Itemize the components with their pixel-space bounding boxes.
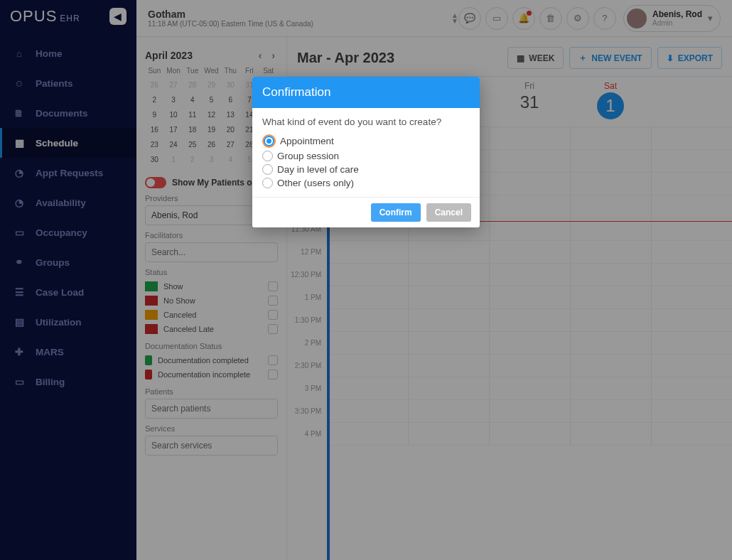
radio-group-session[interactable]: Group session [262,151,470,161]
modal-question: What kind of event do you want to create… [262,117,470,127]
radio-other[interactable]: Other (users only) [262,178,470,188]
modal-overlay[interactable]: Confirmation What kind of event do you w… [0,0,732,560]
cancel-button[interactable]: Cancel [426,203,471,222]
modal-body: What kind of event do you want to create… [252,108,480,197]
modal-title: Confirmation [252,77,480,108]
radio-appointment[interactable]: Appointment [262,134,470,148]
radio-icon [262,164,273,175]
radio-label: Appointment [280,136,334,146]
radio-icon [262,151,273,161]
radio-label: Other (users only) [277,178,354,188]
confirmation-modal: Confirmation What kind of event do you w… [252,77,480,227]
radio-label: Day in level of care [277,164,359,175]
modal-footer: Confirm Cancel [252,197,480,227]
confirm-button[interactable]: Confirm [371,203,421,222]
radio-day-in-level[interactable]: Day in level of care [262,164,470,175]
radio-icon [262,178,273,188]
radio-label: Group session [277,151,339,161]
radio-icon [264,136,274,146]
